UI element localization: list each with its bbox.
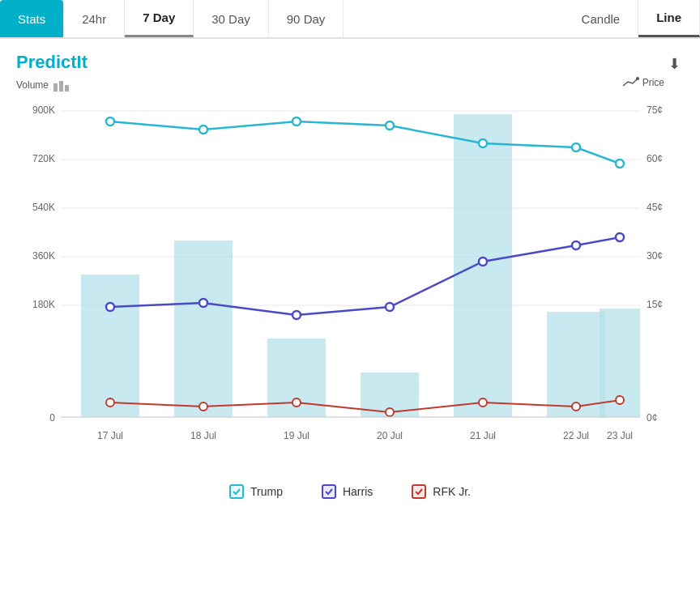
rfk-dot-20jul [386,408,394,416]
svg-text:360K: 360K [32,250,55,262]
svg-text:75¢: 75¢ [647,104,663,116]
trump-dot-17jul [106,117,114,126]
svg-text:21 Jul: 21 Jul [470,430,496,441]
rfk-dot-23jul [616,396,624,404]
svg-rect-2 [65,85,69,92]
svg-rect-0 [53,83,58,92]
logo-predict: Predict [16,52,77,72]
svg-text:22 Jul: 22 Jul [563,430,589,441]
logo: PredictIt [16,52,684,73]
svg-text:180K: 180K [32,299,55,310]
rfk-label: RFK Jr. [433,485,471,498]
trump-dot-21jul [479,139,487,147]
svg-text:20 Jul: 20 Jul [377,430,403,441]
svg-text:540K: 540K [32,202,55,213]
svg-text:18 Jul: 18 Jul [190,430,216,441]
price-text: Price [642,77,664,88]
rfk-dot-21jul [479,398,487,407]
tab-stats[interactable]: Stats [0,0,64,37]
harris-checkbox[interactable] [322,484,336,499]
rfk-dot-19jul [292,398,301,407]
svg-rect-1 [59,81,63,92]
rfk-checkmark-icon [414,487,424,496]
svg-text:30¢: 30¢ [647,250,663,262]
trump-price-line [110,121,620,164]
chart-area: 900K 720K 540K 360K 180K 0 75¢ 60¢ 45¢ 3… [16,99,684,471]
logo-text: PredictIt [16,52,88,73]
volume-bar-17jul [81,275,139,417]
trump-label: Trump [250,485,283,498]
volume-bars-icon [52,79,70,92]
harris-dot-23jul [616,233,624,241]
tab-90day[interactable]: 90 Day [269,0,344,37]
trump-dot-23jul [616,160,624,168]
trump-checkmark-icon [232,487,241,496]
price-line-icon [621,76,639,89]
price-label: Price [621,76,664,89]
harris-dot-20jul [386,303,394,311]
tab-30day[interactable]: 30 Day [194,0,269,37]
trump-checkbox[interactable] [229,484,244,499]
svg-text:60¢: 60¢ [647,153,663,164]
rfk-dot-18jul [199,402,207,411]
svg-text:23 Jul: 23 Jul [607,430,633,441]
top-navigation: Stats 24hr 7 Day 30 Day 90 Day Candle Li… [0,0,700,39]
harris-label: Harris [343,485,373,498]
axis-labels-row: Volume Price [16,76,684,94]
harris-checkmark-icon [324,487,334,496]
legend-trump: Trump [229,484,283,499]
download-button[interactable]: ⬇ [668,55,681,73]
volume-bar-22jul [547,312,605,417]
tab-line[interactable]: Line [638,0,700,37]
harris-dot-19jul [292,311,301,319]
trump-dot-19jul [292,117,301,126]
volume-bar-18jul [174,241,233,417]
logo-it: It [77,52,88,72]
tab-candle[interactable]: Candle [564,0,639,37]
tab-7day[interactable]: 7 Day [125,0,194,37]
svg-text:900K: 900K [32,104,55,116]
volume-text: Volume [16,79,49,91]
trump-dot-18jul [199,126,207,134]
harris-dot-17jul [106,303,114,311]
volume-label: Volume [16,79,70,92]
svg-text:0: 0 [49,412,55,424]
rfk-dot-17jul [106,398,114,407]
legend-harris: Harris [322,484,373,499]
main-chart-svg: 900K 720K 540K 360K 180K 0 75¢ 60¢ 45¢ 3… [16,99,681,471]
rfk-checkbox[interactable] [412,484,426,499]
legend-rfk: RFK Jr. [412,484,471,499]
svg-text:19 Jul: 19 Jul [284,430,309,441]
harris-dot-21jul [479,258,487,266]
trump-dot-22jul [572,143,580,151]
svg-text:17 Jul: 17 Jul [97,430,123,441]
rfk-dot-22jul [572,402,580,411]
trump-dot-20jul [386,121,394,130]
chart-legend: Trump Harris RFK Jr. [16,484,684,512]
svg-point-3 [636,77,639,80]
harris-dot-22jul [572,241,580,249]
svg-text:0¢: 0¢ [647,412,657,424]
harris-dot-18jul [199,299,207,307]
chart-container: PredictIt ⬇ Volume Price 900K [0,39,700,520]
nav-spacer [344,0,563,37]
svg-text:45¢: 45¢ [647,202,663,213]
svg-text:720K: 720K [32,153,55,164]
tab-24hr[interactable]: 24hr [64,0,125,37]
svg-text:15¢: 15¢ [647,299,663,310]
